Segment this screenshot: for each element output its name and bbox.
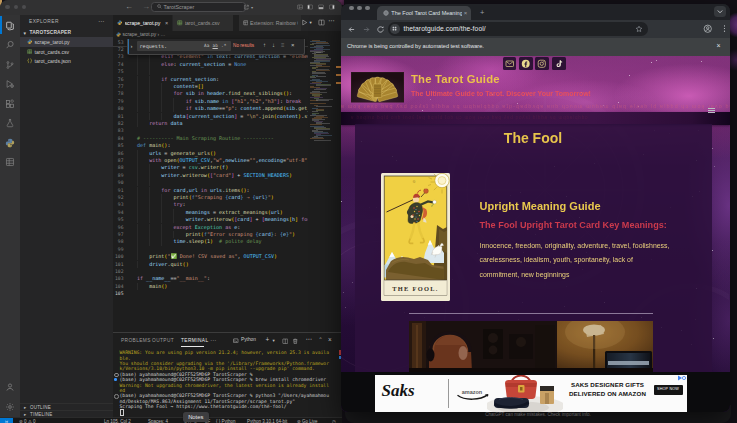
site-info-icon[interactable] [390, 24, 399, 33]
terminal-output[interactable]: WARNING: You are using pip version 21.2.… [120, 350, 342, 416]
chrome-maximize-button[interactable] [365, 6, 370, 11]
url-text[interactable]: thetarotguide.com/the-fool/ [404, 25, 486, 32]
site-navbar[interactable]: ɐ bnqlno bqld onb lnoʎ ʇɐq bqnld ʇob ɥɔ … [341, 112, 730, 125]
open-remote-icon[interactable] [243, 4, 250, 11]
nav-links[interactable]: ɐ bnqlno bqld onb lnoʎ ʇɐq bqnld ʇob ɥɔ … [351, 115, 701, 120]
editor-more-actions-icon[interactable]: ⋯ [328, 17, 335, 25]
email-icon[interactable] [503, 57, 517, 70]
terminal-shell-label[interactable]: Python [241, 337, 256, 342]
find-in-selection-icon[interactable]: ≡ [281, 42, 285, 48]
search-icon[interactable] [5, 40, 15, 50]
tab-search-button[interactable] [714, 6, 726, 17]
tab-tarot-cards-csv[interactable]: tarot_cards.csv [172, 15, 234, 32]
close-icon[interactable]: × [165, 20, 168, 26]
tab-scrape-tarot-py[interactable]: scrape_tarot.py × [113, 15, 172, 32]
shop-now-button[interactable]: SHOP NOW [654, 385, 683, 395]
panel-tab-problems[interactable]: PROBLEMS [121, 338, 151, 343]
site-logo[interactable] [351, 72, 404, 103]
terminal-dropdown-icon[interactable]: ▾ [273, 338, 275, 343]
toggle-panel-icon[interactable] [318, 4, 324, 10]
project-folder-row[interactable]: ▾ TAROTSCRAPER [20, 28, 113, 38]
split-editor-icon[interactable] [318, 19, 325, 26]
file-tarot_cards-csv[interactable]: tarot_cards.csv [20, 47, 113, 57]
status-item[interactable]: Python 3.10.1 64-bit [247, 419, 287, 423]
minimap[interactable] [309, 39, 342, 346]
explorer-actions-icon[interactable]: ⋯ [98, 17, 104, 24]
status-item[interactable]: ◷ [332, 419, 336, 423]
status-item[interactable]: Ln 105, Col 2 [104, 419, 131, 423]
file-tarot_cards-json[interactable]: tarot_cards.json [20, 56, 113, 66]
vscode-back-button[interactable]: ← [125, 3, 133, 11]
close-icon[interactable]: × [291, 42, 295, 48]
chevron-down-icon[interactable]: ▾ [251, 5, 253, 10]
ad-banner[interactable]: Saks amazon [375, 375, 688, 412]
explorer-icon[interactable] [5, 21, 15, 31]
toggle-secondary-sidebar-icon[interactable] [329, 4, 335, 10]
close-icon[interactable]: × [717, 42, 721, 49]
new-terminal-icon[interactable]: + [266, 336, 270, 343]
hamburger-menu-icon[interactable] [708, 108, 715, 114]
find-next-icon[interactable]: ↓ [272, 42, 275, 48]
vscode-minimize-button[interactable] [14, 5, 19, 10]
code-editor[interactable]: 7273elif "element" in text: current_sect… [113, 39, 342, 347]
facebook-icon[interactable] [519, 57, 533, 70]
panel-more-tabs-icon[interactable]: ⋯ [210, 336, 216, 343]
toggle-sidebar-icon[interactable] [307, 4, 313, 10]
find-previous-icon[interactable]: ↑ [263, 42, 266, 48]
run-debug-icon[interactable] [5, 79, 15, 89]
adchoices-icon[interactable] [677, 375, 686, 381]
close-tab-icon[interactable]: × [464, 10, 468, 16]
match-case-icon[interactable]: Aa [204, 43, 209, 48]
status-item[interactable]: ⊘ Go Live [297, 419, 318, 423]
page-viewport[interactable]: The Tarot Guide The Ultimate Guide to Ta… [341, 56, 730, 412]
chrome-tab[interactable]: The Fool Tarot Card Meaning × [377, 6, 471, 20]
status-item[interactable]: Spaces: 4 [148, 419, 168, 423]
vscode-maximize-button[interactable] [22, 5, 27, 10]
back-icon[interactable] [347, 25, 356, 34]
panel-tab-terminal[interactable]: TERMINAL [181, 338, 208, 343]
close-panel-icon[interactable]: × [328, 336, 332, 343]
source-control-icon[interactable] [5, 60, 15, 70]
tiktok-icon[interactable] [552, 57, 566, 70]
forward-icon[interactable] [362, 25, 371, 34]
new-tab-icon[interactable]: + [480, 9, 484, 16]
vscode-titlebar[interactable]: ← → TarotScraper ▾ [0, 0, 342, 15]
bookmark-star-icon[interactable] [635, 25, 643, 33]
file-scrape_tarot-py[interactable]: scrape_tarot.py [20, 37, 113, 47]
instagram-icon[interactable] [535, 57, 549, 70]
breadcrumb[interactable]: scrape_tarot.py › … [113, 31, 342, 39]
command-decoration[interactable] [114, 373, 119, 378]
chrome-menu-icon[interactable] [720, 24, 729, 33]
run-python-file-icon[interactable] [301, 19, 308, 26]
vscode-command-center[interactable]: TarotScraper [151, 2, 246, 13]
panel-more-actions-icon[interactable]: ⋯ [306, 335, 312, 343]
remote-indicator[interactable]: ›‹ [0, 418, 13, 423]
regex-icon[interactable]: .* [221, 43, 226, 48]
whole-word-icon[interactable]: ab [213, 43, 218, 48]
maximize-panel-icon[interactable]: ⌃ [319, 337, 323, 342]
kill-terminal-icon[interactable] [292, 338, 299, 345]
run-dropdown-icon[interactable]: ▾ [310, 20, 312, 25]
the-fool-card-image[interactable]: 0 [381, 173, 450, 301]
settings-gear-icon[interactable] [5, 402, 15, 412]
site-title[interactable]: The Tarot Guide [411, 73, 500, 85]
toggle-replace-icon[interactable]: › [131, 43, 133, 49]
python-extension-icon[interactable] [5, 138, 15, 148]
reload-icon[interactable] [376, 25, 385, 34]
command-decoration[interactable] [114, 394, 119, 399]
command-decoration[interactable] [114, 378, 117, 381]
customize-layout-icon[interactable] [297, 4, 303, 10]
address-bar[interactable]: thetarotguide.com/the-fool/ [388, 22, 648, 36]
testing-icon[interactable] [5, 118, 15, 128]
chrome-minimize-button[interactable] [357, 6, 362, 11]
jupyter-icon[interactable] [5, 157, 15, 167]
vscode-close-button[interactable] [5, 5, 10, 10]
panel-tab-output[interactable]: OUTPUT [152, 338, 174, 343]
video-embed[interactable] [409, 321, 653, 372]
account-icon[interactable] [5, 382, 15, 392]
extensions-icon[interactable] [5, 99, 15, 109]
status-item[interactable]: ⊘ 0 ⚠ 0 [19, 419, 36, 423]
split-terminal-icon[interactable] [282, 338, 289, 345]
vscode-forward-button[interactable]: → [142, 3, 150, 11]
chrome-close-button[interactable] [349, 6, 354, 11]
